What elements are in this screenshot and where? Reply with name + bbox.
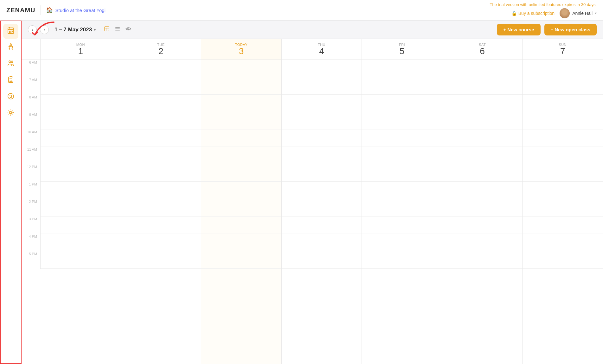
cell-tue-12[interactable] xyxy=(121,164,201,182)
cell-today-15[interactable] xyxy=(201,217,281,234)
date-range-button[interactable]: 1 – 7 May 2023 ▾ xyxy=(52,25,98,34)
day-col-tue[interactable] xyxy=(121,60,202,364)
cell-mon-7[interactable] xyxy=(41,77,121,95)
cell-mon-15[interactable] xyxy=(41,217,121,234)
cell-fri-15[interactable] xyxy=(362,217,442,234)
cell-fri-14[interactable] xyxy=(362,199,442,217)
cell-fri-13[interactable] xyxy=(362,182,442,199)
cell-thu-16[interactable] xyxy=(282,234,362,251)
cell-tue-15[interactable] xyxy=(121,217,201,234)
cell-sat-15[interactable] xyxy=(442,217,523,234)
cell-today-8[interactable] xyxy=(201,95,281,112)
cell-fri-9[interactable] xyxy=(362,112,442,129)
cell-thu-9[interactable] xyxy=(282,112,362,129)
cell-thu-17[interactable] xyxy=(282,251,362,269)
day-col-mon[interactable] xyxy=(41,60,121,364)
cell-sat-16[interactable] xyxy=(442,234,523,251)
cell-today-10[interactable] xyxy=(201,129,281,147)
cell-sat-17[interactable] xyxy=(442,251,523,269)
cell-sun-8[interactable] xyxy=(523,95,603,112)
cell-mon-6[interactable] xyxy=(41,60,121,77)
cell-thu-15[interactable] xyxy=(282,217,362,234)
cell-thu-6[interactable] xyxy=(282,60,362,77)
buy-subscription-link[interactable]: 🔒 Buy a subscription xyxy=(511,11,555,16)
new-open-class-button[interactable]: + New open class xyxy=(544,24,597,35)
sidebar-item-reports[interactable] xyxy=(3,73,18,88)
cell-mon-11[interactable] xyxy=(41,147,121,164)
cell-thu-8[interactable] xyxy=(282,95,362,112)
cell-sun-10[interactable] xyxy=(523,129,603,147)
cell-mon-17[interactable] xyxy=(41,251,121,269)
cell-today-14[interactable] xyxy=(201,199,281,217)
cell-sun-6[interactable] xyxy=(523,60,603,77)
cell-sat-12[interactable] xyxy=(442,164,523,182)
cell-tue-8[interactable] xyxy=(121,95,201,112)
cell-sun-7[interactable] xyxy=(523,77,603,95)
cell-mon-9[interactable] xyxy=(41,112,121,129)
cell-tue-6[interactable] xyxy=(121,60,201,77)
cell-tue-9[interactable] xyxy=(121,112,201,129)
list-view-button[interactable] xyxy=(113,25,122,35)
cell-today-7[interactable] xyxy=(201,77,281,95)
cell-sat-11[interactable] xyxy=(442,147,523,164)
day-col-today[interactable] xyxy=(201,60,282,364)
cell-fri-8[interactable] xyxy=(362,95,442,112)
cell-today-13[interactable] xyxy=(201,182,281,199)
cell-sat-9[interactable] xyxy=(442,112,523,129)
cell-mon-10[interactable] xyxy=(41,129,121,147)
cell-sun-15[interactable] xyxy=(523,217,603,234)
cell-sun-14[interactable] xyxy=(523,199,603,217)
day-col-sun[interactable] xyxy=(523,60,603,364)
new-course-button[interactable]: + New course xyxy=(497,24,540,35)
sidebar-item-classes[interactable] xyxy=(3,40,18,55)
sidebar-item-settings[interactable] xyxy=(3,106,18,121)
cell-sun-9[interactable] xyxy=(523,112,603,129)
cell-thu-10[interactable] xyxy=(282,129,362,147)
day-col-sat[interactable] xyxy=(442,60,523,364)
cell-tue-16[interactable] xyxy=(121,234,201,251)
cell-today-11[interactable] xyxy=(201,147,281,164)
cell-fri-7[interactable] xyxy=(362,77,442,95)
home-icon[interactable]: 🏠 xyxy=(46,7,53,14)
visibility-button[interactable] xyxy=(124,25,132,35)
sidebar-item-members[interactable] xyxy=(3,57,18,72)
calendar-view-button[interactable] xyxy=(103,25,111,35)
cell-sun-16[interactable] xyxy=(523,234,603,251)
cell-tue-7[interactable] xyxy=(121,77,201,95)
cell-tue-10[interactable] xyxy=(121,129,201,147)
cell-mon-8[interactable] xyxy=(41,95,121,112)
cell-today-6[interactable] xyxy=(201,60,281,77)
cell-sat-10[interactable] xyxy=(442,129,523,147)
cell-sat-14[interactable] xyxy=(442,199,523,217)
cell-tue-17[interactable] xyxy=(121,251,201,269)
cell-sat-6[interactable] xyxy=(442,60,523,77)
cell-sat-7[interactable] xyxy=(442,77,523,95)
user-menu[interactable]: Annie Hall ▾ xyxy=(560,8,597,18)
cell-fri-6[interactable] xyxy=(362,60,442,77)
cell-thu-13[interactable] xyxy=(282,182,362,199)
cell-thu-12[interactable] xyxy=(282,164,362,182)
cell-today-9[interactable] xyxy=(201,112,281,129)
day-col-fri[interactable] xyxy=(362,60,442,364)
cell-tue-13[interactable] xyxy=(121,182,201,199)
cell-thu-14[interactable] xyxy=(282,199,362,217)
cell-fri-10[interactable] xyxy=(362,129,442,147)
cell-fri-16[interactable] xyxy=(362,234,442,251)
cell-sun-17[interactable] xyxy=(523,251,603,269)
cell-mon-14[interactable] xyxy=(41,199,121,217)
cell-sun-12[interactable] xyxy=(523,164,603,182)
sidebar-item-calendar[interactable] xyxy=(3,24,18,39)
cell-sat-13[interactable] xyxy=(442,182,523,199)
cell-sun-11[interactable] xyxy=(523,147,603,164)
cell-fri-12[interactable] xyxy=(362,164,442,182)
sidebar-item-payments[interactable] xyxy=(3,90,18,105)
cell-mon-13[interactable] xyxy=(41,182,121,199)
cell-sat-8[interactable] xyxy=(442,95,523,112)
cell-sun-13[interactable] xyxy=(523,182,603,199)
cell-today-16[interactable] xyxy=(201,234,281,251)
cell-fri-17[interactable] xyxy=(362,251,442,269)
cell-thu-11[interactable] xyxy=(282,147,362,164)
cell-thu-7[interactable] xyxy=(282,77,362,95)
cell-today-17[interactable] xyxy=(201,251,281,269)
cell-tue-14[interactable] xyxy=(121,199,201,217)
